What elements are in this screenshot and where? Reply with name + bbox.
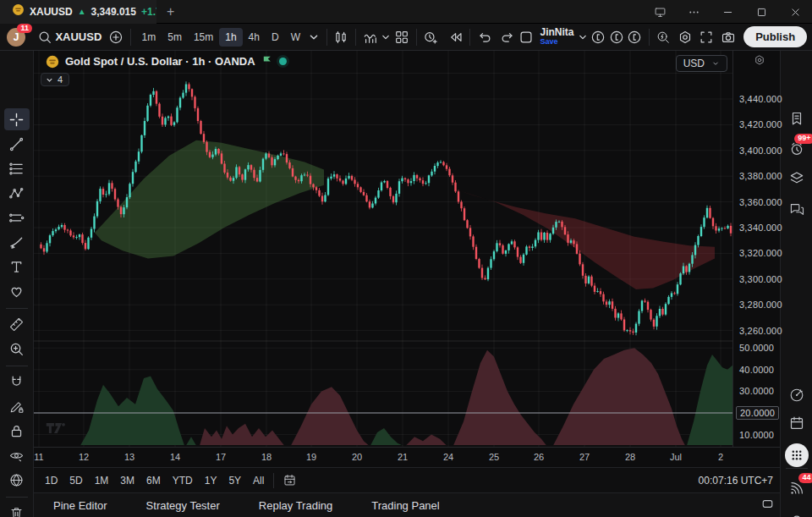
screen-share-icon[interactable] bbox=[643, 0, 677, 24]
layout-slot-button[interactable] bbox=[625, 26, 643, 48]
save-label[interactable]: Save bbox=[540, 38, 574, 46]
range-5Y[interactable]: 5Y bbox=[222, 471, 247, 490]
range-1M[interactable]: 1M bbox=[89, 471, 115, 490]
osc-tick: 40.0000 bbox=[739, 365, 774, 375]
bottom-tab-group: Pine EditorStrategy TesterReplay Trading… bbox=[34, 495, 459, 516]
snapshot-camera-icon[interactable] bbox=[719, 26, 737, 48]
layout-slot-button[interactable] bbox=[607, 26, 625, 48]
timeframe-1m[interactable]: 1m bbox=[136, 28, 162, 47]
range-1D[interactable]: 1D bbox=[39, 471, 63, 490]
divider bbox=[786, 468, 808, 469]
user-menu[interactable]: J 11 bbox=[7, 28, 25, 47]
bottom-tab-pine-editor[interactable]: Pine Editor bbox=[41, 495, 119, 516]
apps-grid-icon[interactable] bbox=[785, 443, 809, 467]
price-axis[interactable]: 3,440.0003,420.0003,400.0003,380.0003,36… bbox=[732, 51, 780, 447]
browser-tab[interactable]: XAUUSD ▲ 3,349.015 +1.79% / Ji bbox=[0, 0, 156, 24]
account-chevron-icon[interactable] bbox=[576, 26, 590, 48]
panel-toggle-icon[interactable] bbox=[760, 497, 775, 514]
brush-icon[interactable] bbox=[4, 231, 30, 253]
long-position-icon[interactable] bbox=[4, 206, 30, 228]
xabcd-pattern-icon[interactable] bbox=[4, 182, 30, 204]
candlestick-chart[interactable] bbox=[34, 51, 732, 447]
select-checkbox-icon[interactable] bbox=[517, 26, 535, 48]
layout-grid-icon[interactable] bbox=[392, 26, 410, 48]
settings-gear-icon[interactable] bbox=[676, 26, 694, 48]
hide-all-icon[interactable] bbox=[4, 444, 30, 466]
count-badge: 99+ bbox=[794, 134, 812, 144]
alerts-icon[interactable]: 99+ bbox=[784, 137, 809, 161]
emoji-icon[interactable] bbox=[4, 280, 30, 302]
date-tick: 2 bbox=[718, 452, 723, 462]
drawing-pencil-icon[interactable] bbox=[4, 395, 30, 417]
chevron-down-icon bbox=[45, 75, 54, 85]
more-dots-icon[interactable] bbox=[677, 0, 710, 24]
new-tab-button[interactable]: + bbox=[167, 4, 174, 19]
text-icon[interactable] bbox=[4, 256, 30, 278]
range-5D[interactable]: 5D bbox=[63, 471, 88, 490]
zoom-in-icon[interactable] bbox=[4, 338, 30, 360]
minimize-icon[interactable] bbox=[710, 0, 744, 24]
currency-dropdown[interactable]: USD bbox=[676, 55, 727, 72]
quick-search-icon[interactable] bbox=[655, 26, 672, 48]
streams-icon[interactable]: 44 bbox=[784, 476, 809, 500]
axis-settings-gear-icon[interactable] bbox=[754, 54, 765, 69]
indicators-chevron-icon[interactable] bbox=[379, 26, 392, 48]
target-icon[interactable] bbox=[784, 383, 809, 407]
publish-button[interactable]: Publish bbox=[743, 26, 807, 47]
timeframe-5m[interactable]: 5m bbox=[162, 28, 188, 47]
symbol-search-button[interactable]: XAUUSD bbox=[55, 30, 102, 43]
market-flag-icon bbox=[261, 54, 273, 69]
bar-replay-icon[interactable] bbox=[447, 26, 464, 48]
fullscreen-icon[interactable] bbox=[697, 26, 715, 48]
goto-date-icon[interactable] bbox=[283, 473, 297, 487]
indicators-icon[interactable] bbox=[361, 26, 379, 48]
layers-icon[interactable] bbox=[784, 167, 809, 190]
remove-all-icon[interactable] bbox=[4, 502, 30, 517]
chart-legend[interactable]: Gold Spot / U.S. Dollar · 1h · OANDA bbox=[46, 54, 287, 69]
templates-icon[interactable] bbox=[4, 469, 30, 491]
bottom-tab-replay-trading[interactable]: Replay Trading bbox=[247, 495, 344, 516]
right-sidebar: 99+44? bbox=[780, 51, 812, 517]
tab-price: 3,349.015 bbox=[91, 6, 136, 18]
account-save-status[interactable]: JinNita Save bbox=[540, 27, 574, 46]
layout-slot-button[interactable] bbox=[590, 26, 607, 48]
legend-title[interactable]: Gold Spot / U.S. Dollar · 1h · OANDA bbox=[65, 55, 255, 68]
search-icon[interactable] bbox=[36, 26, 53, 48]
price-tick: 3,400.000 bbox=[739, 146, 782, 156]
bell-icon[interactable] bbox=[784, 510, 809, 517]
calendar-icon[interactable] bbox=[784, 411, 809, 435]
chat-icon[interactable] bbox=[784, 197, 809, 221]
undo-icon[interactable] bbox=[475, 26, 493, 48]
bottom-tab-strategy-tester[interactable]: Strategy Tester bbox=[134, 495, 232, 516]
crosshair-icon[interactable] bbox=[4, 108, 30, 130]
bottom-tab-trading-panel[interactable]: Trading Panel bbox=[359, 495, 451, 516]
add-symbol-icon[interactable] bbox=[107, 26, 124, 48]
range-All[interactable]: All bbox=[247, 471, 270, 490]
timeframe-4h[interactable]: 4h bbox=[243, 28, 266, 47]
range-3M[interactable]: 3M bbox=[114, 471, 140, 490]
osc-tick: 30.0000 bbox=[739, 386, 774, 396]
lock-all-icon[interactable] bbox=[4, 420, 30, 442]
range-1Y[interactable]: 1Y bbox=[199, 471, 223, 490]
trend-line-icon[interactable] bbox=[4, 133, 30, 155]
clock-utc[interactable]: 00:07:16 UTC+7 bbox=[699, 475, 773, 487]
close-icon[interactable] bbox=[778, 0, 812, 24]
date-axis[interactable]: 1112131417181920212425262728Jul2 bbox=[34, 447, 780, 467]
chart-style-icon[interactable] bbox=[332, 26, 350, 48]
maximize-icon[interactable] bbox=[744, 0, 778, 24]
magnet-icon[interactable] bbox=[4, 371, 30, 393]
timeframe-15m[interactable]: 15m bbox=[188, 28, 219, 47]
range-6M[interactable]: 6M bbox=[140, 471, 167, 490]
fib-retracement-icon[interactable] bbox=[4, 157, 30, 179]
watchlist-icon[interactable] bbox=[784, 107, 809, 130]
timeframe-W[interactable]: W bbox=[285, 28, 306, 47]
indicators-collapse-badge[interactable]: 4 bbox=[41, 73, 69, 86]
timeframe-chevron-icon[interactable] bbox=[306, 26, 321, 48]
range-YTD[interactable]: YTD bbox=[167, 471, 199, 490]
chart-pane[interactable]: Gold Spot / U.S. Dollar · 1h · OANDA 4 U… bbox=[34, 51, 780, 467]
timeframe-1h[interactable]: 1h bbox=[219, 28, 242, 47]
create-alert-icon[interactable] bbox=[422, 26, 440, 48]
redo-icon[interactable] bbox=[499, 26, 517, 48]
timeframe-D[interactable]: D bbox=[266, 28, 285, 47]
ruler-icon[interactable] bbox=[4, 313, 30, 335]
